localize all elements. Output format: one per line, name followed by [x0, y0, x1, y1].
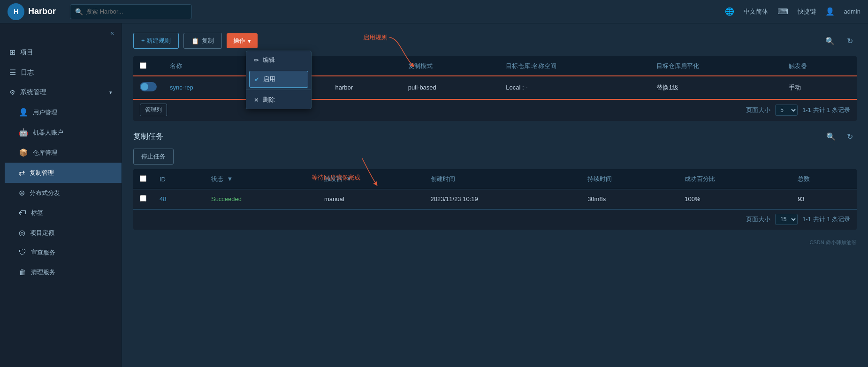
rule-registry: harbor — [329, 76, 402, 99]
sidebar-item-projects[interactable]: ⊞ 项目 — [0, 42, 122, 62]
rules-toolbar: + 新建规则 📋 复制 操作 ▾ 🔍 ↻ ✏ 编辑 — [133, 33, 857, 49]
task-row-checkbox — [133, 189, 153, 209]
row-checkbox-cell — [133, 76, 163, 99]
search-bar[interactable]: 🔍 — [70, 4, 192, 19]
cleanup-icon: 🗑 — [19, 268, 26, 277]
sidebar-item-warehouse-mgmt[interactable]: 📦 仓库管理 — [5, 142, 122, 163]
refresh-tasks-button[interactable]: ↻ — [843, 130, 857, 143]
task-trigger: manual — [318, 189, 424, 209]
globe-icon: 🌐 — [725, 7, 734, 16]
header-task-total: 总数 — [791, 169, 857, 189]
shortcuts-label[interactable]: 快捷键 — [798, 7, 816, 16]
select-all-rules-checkbox[interactable] — [140, 62, 146, 69]
page-size-select[interactable]: 5 10 15 — [775, 105, 798, 116]
layout: « ⊞ 项目 ☰ 日志 ⚙ 系统管理 ▾ 👤 用户管理 🤖 机器人账户 📦 — [0, 23, 868, 367]
tasks-pagination-total: 1-1 共计 1 条记录 — [802, 215, 850, 224]
header-flatten: 目标仓库扁平化 — [650, 56, 782, 76]
sidebar-label-user-mgmt: 用户管理 — [33, 108, 57, 117]
rules-table-container: 名称 状态 复制模式 目标仓库:名称空间 目标仓库扁平化 触发器 — [133, 56, 857, 121]
sidebar-item-replication-mgmt[interactable]: ⇄ 复制管理 — [5, 163, 122, 183]
task-status-badge: Succeeded — [211, 195, 242, 202]
language-label[interactable]: 中文简体 — [744, 7, 768, 16]
sidebar-item-system-admin[interactable]: ⚙ 系统管理 ▾ — [0, 82, 122, 102]
logo-icon: H — [8, 3, 24, 20]
wait-arrow — [362, 158, 386, 182]
search-icon: 🔍 — [75, 8, 83, 15]
sidebar-item-distributed[interactable]: ⊕ 分布式分发 — [5, 183, 122, 203]
collapse-button[interactable]: « — [0, 23, 122, 42]
sidebar-item-audit[interactable]: 🛡 审查服务 — [5, 243, 122, 262]
task-success-pct: 100% — [678, 189, 791, 209]
tasks-table-container: ID 状态 ▼ 触发器 ▼ 创建时间 持续时间 成功百分比 — [133, 169, 857, 230]
tasks-table: ID 状态 ▼ 触发器 ▼ 创建时间 持续时间 成功百分比 — [133, 169, 857, 209]
tasks-page-size-label: 页面大小 — [746, 215, 770, 224]
rule-name: sync-rep — [163, 76, 250, 99]
rule-toggle[interactable] — [140, 82, 157, 91]
check-icon: ✔ — [254, 76, 259, 83]
edit-action[interactable]: ✏ 编辑 — [246, 51, 311, 69]
sidebar-label-projects: 项目 — [20, 48, 33, 57]
robot-icon: 🤖 — [19, 128, 28, 137]
sidebar-item-logs[interactable]: ☰ 日志 — [0, 62, 122, 82]
task-status: Succeeded — [205, 189, 318, 209]
task-checkbox[interactable] — [140, 195, 146, 202]
rule-flatten: 替换1级 — [650, 76, 782, 99]
topbar: H Harbor 🔍 🌐 中文简体 ⌨ 快捷键 👤 admin — [0, 0, 868, 23]
sidebar-label-warehouse-mgmt: 仓库管理 — [33, 149, 57, 157]
quota-icon: ◎ — [19, 228, 25, 237]
sidebar-item-cleanup[interactable]: 🗑 清理服务 — [5, 262, 122, 282]
tasks-header-row: ID 状态 ▼ 触发器 ▼ 创建时间 持续时间 成功百分比 — [133, 169, 857, 189]
sidebar-item-tags[interactable]: 🏷 标签 — [5, 203, 122, 223]
rule-mode: pull-based — [402, 76, 499, 99]
enable-rule-annotation: 启用规则 — [363, 28, 418, 47]
sidebar: « ⊞ 项目 ☰ 日志 ⚙ 系统管理 ▾ 👤 用户管理 🤖 机器人账户 📦 — [0, 23, 122, 367]
header-task-status: 状态 ▼ — [205, 169, 318, 189]
user-mgmt-icon: 👤 — [19, 108, 28, 117]
audit-icon: 🛡 — [19, 248, 26, 257]
table-row: sync-rep ⚠ 停用 harbor — [133, 76, 857, 99]
sidebar-item-robot-accts[interactable]: 🤖 机器人账户 — [5, 122, 122, 142]
header-trigger: 触发器 — [782, 56, 857, 76]
task-id: 48 — [153, 189, 205, 209]
sidebar-label-robot-accts: 机器人账户 — [33, 128, 63, 137]
delete-action[interactable]: ✕ 删除 — [246, 91, 311, 109]
annotation-arrow — [389, 28, 418, 47]
refresh-rules-button[interactable]: ↻ — [843, 35, 857, 47]
logs-icon: ☰ — [9, 68, 16, 77]
shortcuts-icon: ⌨ — [777, 7, 788, 16]
task-id-link[interactable]: 48 — [160, 195, 166, 202]
select-all-tasks-checkbox[interactable] — [140, 175, 146, 182]
user-label[interactable]: admin — [844, 8, 860, 15]
search-rules-button[interactable]: 🔍 — [822, 35, 838, 47]
wait-sync-annotation: 等待同步镜像完成 — [312, 158, 386, 182]
filter-icon[interactable]: ▼ — [227, 175, 233, 182]
tags-icon: 🏷 — [19, 209, 26, 217]
main-content: + 新建规则 📋 复制 操作 ▾ 🔍 ↻ ✏ 编辑 — [122, 23, 868, 367]
manage-cols-button[interactable]: 管理列 — [140, 104, 167, 116]
rules-pagination: 管理列 页面大小 5 10 15 1-1 共计 1 条记录 — [133, 99, 857, 121]
header-task-created: 创建时间 — [424, 169, 581, 189]
projects-icon: ⊞ — [9, 48, 15, 57]
page-size-label: 页面大小 — [746, 106, 770, 114]
sidebar-label-tags: 标签 — [31, 209, 43, 217]
task-created: 2023/11/23 10:19 — [424, 189, 581, 209]
sidebar-item-user-mgmt[interactable]: 👤 用户管理 — [5, 102, 122, 122]
header-checkbox-cell — [133, 56, 163, 76]
enable-action[interactable]: ✔ 启用 — [249, 71, 308, 88]
search-input[interactable] — [86, 8, 187, 15]
tasks-header-checkbox — [133, 169, 153, 189]
rule-name-link[interactable]: sync-rep — [170, 84, 193, 91]
sidebar-item-quota[interactable]: ◎ 项目定额 — [5, 223, 122, 243]
search-tasks-button[interactable]: 🔍 — [822, 130, 839, 143]
actions-button[interactable]: 操作 ▾ — [227, 33, 258, 48]
sidebar-label-logs: 日志 — [21, 68, 34, 77]
tasks-section-title: 复制任务 — [133, 132, 163, 142]
rules-table: 名称 状态 复制模式 目标仓库:名称空间 目标仓库扁平化 触发器 — [133, 56, 857, 99]
new-rule-button[interactable]: + 新建规则 — [133, 33, 179, 49]
task-duration: 30m8s — [581, 189, 678, 209]
header-name: 名称 — [163, 56, 250, 76]
tasks-page-size-select[interactable]: 15 5 10 — [775, 214, 798, 225]
copy-button[interactable]: 📋 复制 — [183, 33, 222, 49]
topbar-right: 🌐 中文简体 ⌨ 快捷键 👤 admin — [725, 7, 860, 16]
stop-task-button[interactable]: 停止任务 — [133, 149, 174, 165]
